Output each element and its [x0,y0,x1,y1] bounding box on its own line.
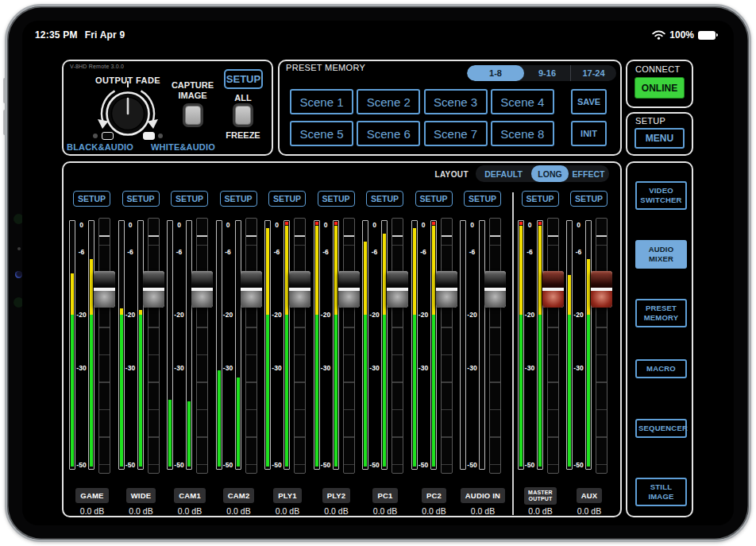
channel-meter-zone: 0-6-20-30-50 [410,220,459,470]
fader-knob[interactable] [591,271,612,308]
scale-tick: -30 [270,364,284,372]
meter-scale: 0-6-20-30-50 [319,220,333,470]
channel-setup-button[interactable]: SETUP [122,191,160,207]
fader-knob[interactable] [542,271,564,308]
channel-setup-button[interactable]: SETUP [366,191,403,207]
level-meter-right [88,220,94,470]
scale-tick: -20 [368,311,381,319]
channel-level-value: 0.0 dB [565,506,614,516]
preset-memory-title: PRESET MEMORY [286,63,365,72]
scale-tick: -6 [172,248,186,256]
save-button[interactable]: SAVE [571,89,607,114]
all-freeze-button[interactable] [233,103,253,127]
nav-video-switcher[interactable]: VIDEO SWITCHER [635,181,687,210]
scale-tick: -20 [172,311,186,319]
scale-tick: -50 [124,461,137,469]
scale-tick: -6 [124,248,137,256]
scale-tick: -30 [319,364,333,372]
layout-label: LAYOUT [419,170,469,179]
scale-tick: -30 [572,364,585,372]
fader-knob[interactable] [191,271,213,308]
channel-name-label: MASTER OUTPUT [524,487,557,505]
fader-knob[interactable] [94,271,115,308]
scale-tick: -6 [523,248,537,256]
scene-button-1[interactable]: Scene 1 [290,89,353,114]
channel-name-label: CAM2 [223,488,255,503]
scene-button-7[interactable]: Scene 7 [424,121,488,146]
fader-track [392,218,403,474]
all-label: ALL [226,93,260,103]
scale-tick: -50 [465,461,479,469]
channel-setup-button[interactable]: SETUP [171,191,208,207]
channel-meter-zone: 0-6-20-30-50 [516,220,565,470]
scale-tick: -20 [124,311,137,319]
scene-button-5[interactable]: Scene 5 [290,121,353,146]
scene-button-4[interactable]: Scene 4 [491,89,554,114]
online-status-button[interactable]: ONLINE [634,77,685,99]
scene-button-6[interactable]: Scene 6 [357,121,420,146]
nav-audio-mixer[interactable]: AUDIO MIXER [635,240,687,269]
channel-meter-zone: 0-6-20-30-50 [117,220,166,470]
scale-tick: -50 [172,461,186,469]
meter-scale: 0-6-20-30-50 [465,220,479,470]
channel-meter-zone: 0-6-20-30-50 [312,220,361,470]
scene-button-3[interactable]: Scene 3 [424,89,488,114]
init-button[interactable]: INIT [571,121,607,146]
fader-knob[interactable] [387,271,408,308]
layout-tabs: DEFAULTLONGEFFECT [476,165,609,182]
nav-panel: VIDEO SWITCHERAUDIO MIXERPRESET MEMORYMA… [626,161,693,517]
channel-setup-button[interactable]: SETUP [570,191,608,207]
layout-tab-long[interactable]: LONG [531,165,569,182]
fader-knob[interactable] [289,271,310,308]
fade-setup-button[interactable]: SETUP [224,69,263,89]
scale-tick: -50 [523,461,537,469]
fader-track [489,218,501,474]
channel-setup-button[interactable]: SETUP [464,191,501,207]
scale-tick: 0 [417,221,430,229]
fader-knob[interactable] [241,271,262,308]
layout-tab-effect[interactable]: EFFECT [569,165,608,182]
nav-still-image[interactable]: STILL IMAGE [635,478,687,506]
scale-tick: 0 [572,221,585,229]
bank-tab-1-8[interactable]: 1-8 [467,65,524,81]
meter-scale: 0-6-20-30-50 [417,220,430,470]
channel-setup-button[interactable]: SETUP [73,191,110,207]
nav-preset-memory[interactable]: PRESET MEMORY [635,299,687,327]
meter-scale: 0-6-20-30-50 [124,220,137,470]
channel-setup-button[interactable]: SETUP [522,191,559,207]
fader-knob[interactable] [436,271,457,308]
nav-macro[interactable]: MACRO [635,359,687,378]
scale-tick: -50 [75,461,88,469]
menu-button[interactable]: MENU [634,128,685,149]
scale-tick: -30 [124,364,137,372]
black-audio-label: BLACK&AUDIO [67,142,133,152]
meter-scale: 0-6-20-30-50 [270,220,284,470]
battery-icon [698,31,718,40]
channel-setup-button[interactable]: SETUP [415,191,453,207]
fader-knob[interactable] [338,271,360,308]
mixer-channel-strip-cam2: SETUP 0-6-20-30-50 CAM2 0.0 dB [214,188,264,517]
channel-setup-button[interactable]: SETUP [268,191,306,207]
fader-knob[interactable] [143,271,164,308]
mixer-channel-strip-wide: SETUP 0-6-20-30-50 WIDE 0.0 dB [117,188,166,517]
capture-image-button[interactable] [183,103,203,127]
channel-setup-button[interactable]: SETUP [220,191,257,207]
scene-button-8[interactable]: Scene 8 [491,121,554,146]
scale-tick: -6 [270,248,284,256]
white-audio-dot [158,134,163,138]
white-audio-label: WHITE&AUDIO [151,142,215,152]
scale-tick: -6 [572,248,585,256]
channel-name-label: PC2 [422,488,446,503]
channel-setup-button[interactable]: SETUP [318,191,355,207]
scene-button-2[interactable]: Scene 2 [357,89,420,114]
scale-tick: -30 [465,364,479,372]
bank-tab-17-24[interactable]: 17-24 [570,65,616,81]
bank-tab-9-16[interactable]: 9-16 [524,65,570,81]
fader-knob[interactable] [484,271,506,308]
channel-name-label: PC1 [372,488,397,503]
layout-tab-default[interactable]: DEFAULT [476,165,531,182]
nav-sequencer[interactable]: SEQUENCER [635,419,687,438]
channel-name-label: CAM1 [174,488,206,503]
battery-percent: 100% [669,29,694,41]
channel-name-label: PLY2 [322,488,351,503]
